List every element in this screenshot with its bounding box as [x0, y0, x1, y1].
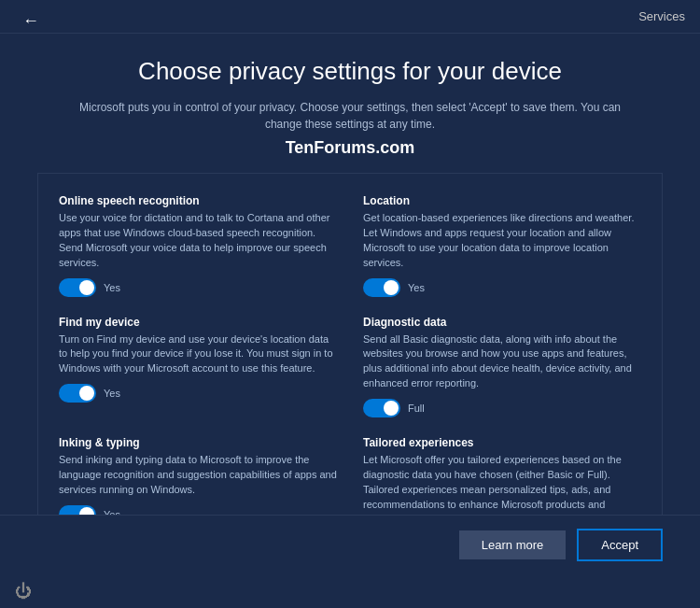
online-speech-desc: Use your voice for dictation and to talk… — [59, 211, 337, 271]
diagnostic-toggle-row: Full — [363, 399, 641, 417]
online-speech-title: Online speech recognition — [59, 194, 337, 207]
setting-online-speech: Online speech recognition Use your voice… — [46, 185, 350, 306]
find-device-toggle-label: Yes — [104, 388, 120, 399]
setting-find-device: Find my device Turn on Find my device an… — [46, 306, 350, 428]
inking-desc: Send inking and typing data to Microsoft… — [59, 453, 337, 498]
power-icon: ⏻ — [15, 582, 32, 601]
diagnostic-toggle[interactable] — [363, 399, 400, 417]
footer-bar: ⏻ — [0, 574, 700, 608]
find-device-desc: Turn on Find my device and use your devi… — [59, 332, 337, 377]
learn-more-button[interactable]: Learn more — [459, 530, 566, 559]
find-device-toggle-row: Yes — [59, 384, 337, 403]
settings-grid: Online speech recognition Use your voice… — [38, 174, 662, 515]
back-button[interactable]: ← — [15, 7, 47, 35]
setting-inking: Inking & typing Send inking and typing d… — [46, 427, 350, 515]
inking-toggle-row: Yes — [59, 505, 337, 515]
accept-button[interactable]: Accept — [577, 529, 663, 561]
tailored-desc: Let Microsoft offer you tailored experie… — [363, 453, 641, 515]
find-device-toggle[interactable] — [59, 384, 96, 403]
inking-toggle-label: Yes — [104, 509, 120, 515]
online-speech-toggle-label: Yes — [104, 282, 120, 293]
bottom-bar: Learn more Accept — [0, 515, 700, 574]
location-toggle-row: Yes — [363, 278, 641, 297]
setting-tailored: Tailored experiences Let Microsoft offer… — [350, 427, 654, 515]
setting-location: Location Get location-based experiences … — [350, 185, 654, 306]
page-title: Choose privacy settings for your device — [37, 56, 663, 88]
find-device-title: Find my device — [59, 316, 337, 329]
diagnostic-desc: Send all Basic diagnostic data, along wi… — [363, 332, 641, 392]
tailored-title: Tailored experiences — [363, 436, 641, 449]
main-content: Choose privacy settings for your device … — [0, 34, 700, 515]
location-desc: Get location-based experiences like dire… — [363, 211, 641, 271]
online-speech-toggle[interactable] — [59, 278, 96, 297]
diagnostic-toggle-label: Full — [408, 403, 425, 414]
brand-name: TenForums.com — [37, 138, 663, 158]
setting-diagnostic: Diagnostic data Send all Basic diagnosti… — [350, 306, 654, 428]
location-title: Location — [363, 194, 641, 207]
diagnostic-title: Diagnostic data — [363, 316, 641, 329]
page-header: Choose privacy settings for your device … — [37, 34, 663, 173]
title-bar: ← Services — [0, 0, 700, 34]
settings-scroll[interactable]: Online speech recognition Use your voice… — [37, 173, 663, 515]
inking-title: Inking & typing — [59, 436, 337, 449]
title-bar-label: Services — [638, 9, 685, 23]
inking-toggle[interactable] — [59, 505, 96, 515]
location-toggle-label: Yes — [408, 282, 425, 293]
online-speech-toggle-row: Yes — [59, 278, 337, 297]
location-toggle[interactable] — [363, 278, 400, 297]
page-subtitle: Microsoft puts you in control of your pr… — [79, 99, 621, 133]
